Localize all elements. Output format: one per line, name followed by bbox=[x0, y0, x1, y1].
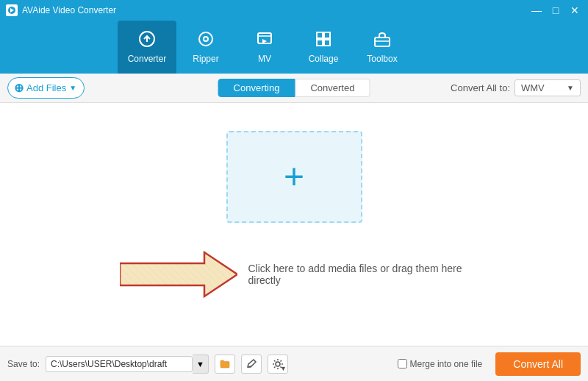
svg-point-4 bbox=[204, 37, 208, 41]
format-dropdown-icon: ▼ bbox=[567, 84, 574, 92]
tab-converted[interactable]: Converted bbox=[295, 79, 370, 97]
save-to-label: Save to: bbox=[7, 359, 40, 369]
nav-item-mv[interactable]: MV bbox=[235, 21, 294, 74]
folder-icon-button[interactable] bbox=[215, 355, 235, 374]
settings-icon-button[interactable]: ▼ bbox=[268, 355, 288, 374]
merge-label: Merge into one file bbox=[410, 359, 483, 369]
ripper-icon bbox=[197, 30, 215, 51]
mv-label: MV bbox=[258, 54, 271, 64]
maximize-button[interactable]: □ bbox=[548, 3, 563, 18]
path-value: C:\Users\USER\Desktop\draft bbox=[51, 359, 167, 369]
nav-item-toolbox[interactable]: Toolbox bbox=[353, 21, 412, 74]
drop-zone-plus-icon: + bbox=[284, 159, 304, 194]
add-files-plus-icon: ⊕ bbox=[14, 81, 24, 95]
nav-item-collage[interactable]: Collage bbox=[294, 21, 353, 74]
hint-row: Click here to add media files or drag th… bbox=[120, 245, 469, 304]
format-value: WMV bbox=[521, 82, 545, 93]
add-files-dropdown-icon: ▼ bbox=[69, 84, 76, 92]
app-icon bbox=[6, 4, 18, 16]
svg-rect-7 bbox=[317, 32, 323, 38]
svg-rect-8 bbox=[324, 32, 330, 38]
path-group: C:\Users\USER\Desktop\draft ▼ bbox=[46, 355, 209, 374]
convert-all-button[interactable]: Convert All bbox=[495, 352, 581, 376]
arrow-graphic bbox=[120, 245, 237, 304]
minimize-button[interactable]: — bbox=[529, 3, 544, 18]
title-bar-controls: — □ ✕ bbox=[529, 3, 582, 18]
svg-rect-9 bbox=[317, 40, 323, 46]
convert-all-to-group: Convert All to: WMV ▼ bbox=[451, 79, 581, 96]
svg-rect-10 bbox=[324, 40, 330, 46]
app-title: AVAide Video Converter bbox=[22, 5, 116, 15]
svg-point-3 bbox=[199, 32, 212, 46]
mv-icon bbox=[256, 30, 273, 51]
close-button[interactable]: ✕ bbox=[567, 3, 582, 18]
path-input[interactable]: C:\Users\USER\Desktop\draft bbox=[46, 356, 193, 372]
edit-icon-button[interactable] bbox=[241, 355, 262, 374]
svg-rect-11 bbox=[375, 38, 390, 46]
tab-group: Converting Converted bbox=[218, 79, 370, 97]
collage-icon bbox=[315, 30, 332, 51]
convert-all-to-label: Convert All to: bbox=[451, 82, 510, 93]
bottom-bar: Save to: C:\Users\USER\Desktop\draft ▼ ▼… bbox=[0, 346, 588, 381]
toolbox-label: Toolbox bbox=[367, 54, 397, 64]
hint-text: Click here to add media files or drag th… bbox=[248, 263, 469, 286]
tab-converting[interactable]: Converting bbox=[218, 79, 295, 97]
settings-dropdown-indicator: ▼ bbox=[280, 365, 287, 372]
converter-icon bbox=[138, 30, 156, 51]
nav-item-converter[interactable]: Converter bbox=[118, 21, 176, 74]
path-dropdown-button[interactable]: ▼ bbox=[193, 355, 209, 374]
format-select[interactable]: WMV ▼ bbox=[514, 79, 581, 96]
add-files-label: Add Files bbox=[26, 82, 66, 93]
svg-marker-16 bbox=[120, 252, 237, 296]
toolbox-icon bbox=[373, 30, 391, 51]
merge-into-one-group: Merge into one file bbox=[398, 359, 483, 369]
main-content: + Click here to add bbox=[0, 103, 588, 346]
nav-bar: Converter Ripper MV bbox=[0, 21, 588, 74]
nav-item-ripper[interactable]: Ripper bbox=[176, 21, 235, 74]
merge-checkbox[interactable] bbox=[398, 359, 407, 368]
drop-zone[interactable]: + bbox=[226, 131, 362, 223]
title-bar: AVAide Video Converter — □ ✕ bbox=[0, 0, 588, 21]
title-bar-left: AVAide Video Converter bbox=[6, 4, 116, 16]
ripper-label: Ripper bbox=[193, 54, 218, 64]
converter-label: Converter bbox=[128, 54, 167, 64]
collage-label: Collage bbox=[309, 54, 339, 64]
center-area: + Click here to add bbox=[120, 131, 469, 304]
toolbar: ⊕ Add Files ▼ Converting Converted Conve… bbox=[0, 74, 588, 103]
add-files-button[interactable]: ⊕ Add Files ▼ bbox=[7, 77, 85, 99]
